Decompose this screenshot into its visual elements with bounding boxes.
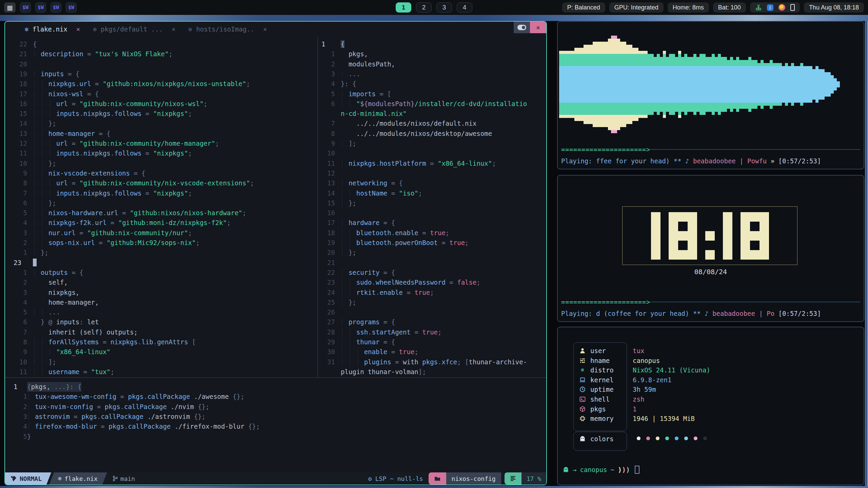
viz-seg-blue	[818, 69, 822, 100]
project-segment[interactable]: nixos-config	[446, 472, 501, 485]
viz-bar	[770, 36, 773, 133]
viz-seg-cream	[584, 115, 587, 124]
digit-cell	[723, 222, 732, 231]
code-text: ../../modules/nixos/default.nix	[341, 119, 476, 128]
tag-3[interactable]: 3	[436, 2, 452, 13]
viz-seg-pink	[614, 130, 617, 133]
status-pill[interactable]: Bat: 100	[713, 2, 746, 13]
viz-seg-blue	[748, 66, 751, 103]
hname-icon	[579, 357, 586, 364]
code-pane-bottom[interactable]: 1{pkgs, ...}: {1 tux-awesome-wm-config =…	[5, 377, 546, 472]
bluetooth-icon[interactable]: ᛒ	[767, 4, 773, 11]
code-line: 12	[5, 168, 546, 179]
code-line: 10	[5, 148, 546, 159]
code-text: tux-awesome-wm-config = pkgs.callPackage…	[27, 392, 244, 402]
viz-seg-cream	[632, 48, 635, 54]
viz-seg-cream	[663, 115, 666, 118]
viz-seg-blue	[828, 72, 831, 97]
status-pill[interactable]: Home: 8ms	[668, 2, 709, 13]
tag-1[interactable]: 1	[396, 2, 411, 13]
workspace-pill[interactable]: $W	[51, 2, 61, 13]
user-icon	[579, 347, 586, 354]
viz-bar	[822, 36, 825, 133]
viz-seg-blue	[645, 66, 648, 103]
line-number: 30	[321, 347, 335, 357]
distro-icon: ❄	[579, 367, 586, 373]
branch-segment[interactable]: main	[107, 472, 140, 485]
viz-seg-green	[703, 103, 706, 115]
shell-prompt[interactable]: → canopus ~ )))	[563, 466, 639, 474]
code-text: plugin thunar-volman];	[341, 367, 426, 377]
viz-bar	[809, 36, 812, 133]
network-scissors-icon[interactable]	[755, 4, 762, 11]
viz-bar	[834, 36, 837, 133]
viz-seg-blue	[831, 75, 834, 94]
viz-bar	[712, 36, 715, 133]
viz-seg-green	[699, 54, 703, 66]
viz-bar	[703, 36, 706, 133]
fetch-value: 1946 | 15394 MiB	[633, 415, 695, 422]
fetch-label: hname	[590, 357, 610, 364]
viz-bar	[831, 36, 834, 133]
digit-cell	[669, 231, 678, 241]
workspace-pill[interactable]: $W	[66, 2, 77, 13]
line-number: 25	[321, 298, 335, 307]
viz-seg-blue	[733, 66, 736, 103]
svg-text:❄: ❄	[581, 367, 584, 373]
viz-bar	[812, 36, 815, 133]
progress-eq: =====================>	[561, 146, 650, 153]
launcher-grid-icon[interactable]: ▦	[4, 2, 16, 13]
viz-seg-cream	[599, 42, 602, 54]
line-number: 1	[321, 49, 335, 59]
phone-icon[interactable]	[790, 4, 795, 11]
viz-seg-cream	[590, 115, 593, 124]
code-line: 1 tux-awesome-wm-config = pkgs.callPacka…	[5, 392, 546, 402]
viz-seg-green	[611, 54, 614, 66]
viz-bar	[626, 36, 629, 133]
viz-seg-green	[657, 54, 660, 66]
line-number: 13	[321, 178, 335, 188]
viz-seg-blue	[709, 66, 712, 103]
viz-bar	[678, 36, 681, 133]
viz-seg-green	[696, 103, 699, 112]
line-number: 2	[14, 402, 27, 412]
digit-cell	[705, 231, 715, 241]
status-pill[interactable]: P: Balanced	[562, 2, 605, 13]
viz-seg-blue	[806, 66, 809, 103]
viz-bar	[751, 36, 754, 133]
viz-seg-green	[779, 103, 782, 106]
viz-seg-green	[675, 103, 678, 112]
line-number: 23	[321, 278, 335, 287]
tag-2[interactable]: 2	[416, 2, 432, 13]
viz-seg-green	[754, 60, 757, 66]
code-pane-right[interactable]: 1{1 pkgs,2 modulesPath,3 ...4}: {5 impor…	[5, 22, 546, 377]
viz-seg-green	[666, 57, 669, 66]
workspace-pill[interactable]: $W	[20, 2, 31, 13]
viz-seg-cream	[580, 115, 584, 121]
mode-label: NORMAL	[20, 475, 42, 482]
viz-bar	[718, 36, 721, 133]
colors-row: colors	[579, 435, 614, 443]
line-number: 1	[14, 392, 27, 402]
viz-seg-cream	[599, 115, 602, 127]
line-number: 5	[14, 432, 27, 442]
viz-bar	[767, 36, 770, 133]
viz-seg-green	[638, 103, 642, 115]
flame-icon[interactable]	[778, 4, 785, 11]
tag-4[interactable]: 4	[457, 2, 472, 13]
clock-pill[interactable]: Thu Aug 08, 18:18	[804, 2, 864, 13]
line-number: 18	[321, 228, 335, 238]
status-pill[interactable]: GPU: Integrated	[609, 2, 664, 13]
viz-seg-blue	[754, 66, 757, 103]
viz-seg-blue	[584, 66, 587, 103]
progress-eq-2: =====================>	[561, 298, 650, 306]
code-line: 31 plugins = with pkgs.xfce; [thunar-arc…	[5, 357, 546, 367]
viz-seg-cream	[611, 115, 614, 130]
line-number: 24	[321, 288, 335, 298]
viz-seg-green	[748, 57, 751, 66]
prompt-ghost-icon	[563, 466, 569, 473]
viz-seg-green	[678, 103, 681, 115]
viz-seg-blue	[580, 66, 584, 103]
workspace-pill[interactable]: $W	[35, 2, 46, 13]
viz-seg-blue	[742, 66, 745, 103]
